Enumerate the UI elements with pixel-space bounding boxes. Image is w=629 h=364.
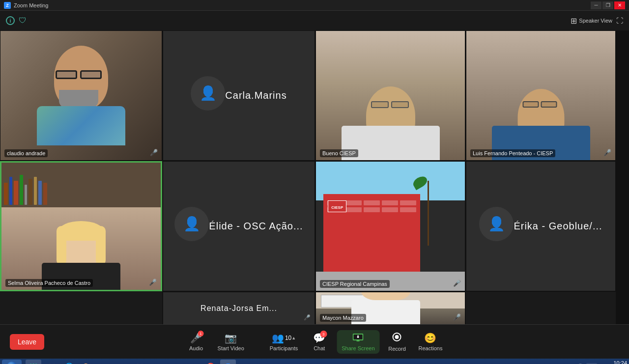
title-bar-left: Z Zoom Meeting [4, 2, 48, 9]
participant-cell-claudio: claudio andrade 🎤 [0, 30, 162, 161]
chat-badge: 3 [320, 331, 327, 337]
participant-name-carla: Carla.Marins [225, 90, 286, 101]
participants-icon: 👥 10 ▲ [272, 332, 296, 344]
taskbar-right: ▲ 🔊 PT 10:24 29/07/2021 [568, 360, 627, 364]
participant-name-claudio: claudio andrade [4, 149, 48, 157]
reactions-label: Reactions [419, 345, 443, 351]
taskbar-outlook[interactable]: O [114, 360, 130, 364]
mute-icon-maycon: 🎤 [453, 313, 461, 321]
participants-label: Participants [270, 345, 298, 351]
system-clock: 10:24 29/07/2021 [600, 360, 627, 364]
title-text: Zoom Meeting [14, 2, 48, 8]
share-screen-label: Share Screen [342, 345, 374, 351]
taskbar-left: W 📁 🌐 🎨 ▶ O 📂 e ◆ e 🔴 [2, 360, 236, 364]
empty-cell-row3-col4 [466, 292, 616, 325]
record-label: Record [388, 346, 405, 352]
restore-button[interactable]: ❐ [602, 1, 613, 9]
mute-icon-renata: 🎤 [304, 314, 311, 321]
participant-cell-maycon: Maycon Mazzaro 🎤 [315, 292, 465, 325]
video-grid: claudio andrade 🎤 👤 Carla.Marins Bueno C… [0, 30, 629, 324]
toolbar: 🎤 1 Audio 📷 Start Video 👥 10 ▲ Participa… [0, 324, 629, 359]
reactions-tool[interactable]: 😊 Reactions [415, 330, 447, 354]
participant-cell-luis: Luis Fernando Penteado - CIESP 🎤 [466, 30, 616, 161]
svg-point-5 [395, 335, 399, 339]
participant-cell-elide: 👤 Élide - OSC Ação... [163, 161, 315, 291]
participant-name-ciesp: CIESP Regional Campinas [320, 280, 390, 288]
record-tool[interactable]: Record [384, 330, 411, 354]
taskbar-ie2[interactable]: e [185, 360, 200, 364]
share-screen-tool[interactable]: Share Screen [337, 330, 379, 354]
participants-tool[interactable]: 👥 10 ▲ Participants [266, 330, 302, 354]
taskbar-word[interactable]: W [26, 360, 41, 364]
title-bar-controls: ─ ❐ ✕ [591, 1, 625, 9]
participant-cell-ciesp: CIESP CIESP Regional Campinas 🎤 [315, 161, 465, 291]
toolbar-center: 🎤 1 Audio 📷 Start Video 👥 10 ▲ Participa… [183, 330, 447, 354]
fullscreen-button[interactable]: ⛶ [616, 17, 623, 25]
taskbar-tool[interactable]: ◆ [167, 360, 183, 364]
top-bar: i 🛡 ⊞ Speaker View ⛶ [0, 11, 629, 30]
taskbar: W 📁 🌐 🎨 ▶ O 📂 e ◆ e 🔴 [0, 359, 629, 364]
taskbar-zoom[interactable]: Z [220, 360, 236, 364]
video-label: Start Video [218, 345, 244, 351]
svg-point-3 [357, 336, 359, 338]
record-icon [392, 332, 402, 344]
taskbar-chrome2[interactable]: 🔴 [202, 360, 218, 364]
audio-tool[interactable]: 🎤 1 Audio [183, 330, 210, 354]
mute-icon-claudio: 🎤 [150, 149, 158, 156]
title-bar: Z Zoom Meeting ─ ❐ ✕ [0, 0, 629, 11]
chat-icon: 💬 3 [313, 332, 325, 344]
participant-cell-carla: 👤 Carla.Marins [163, 30, 315, 161]
chat-label: Chat [314, 345, 325, 351]
taskbar-media[interactable]: ▶ [96, 360, 112, 364]
start-button[interactable] [2, 360, 22, 364]
taskbar-chrome[interactable]: 🌐 [61, 360, 77, 364]
participant-name-erika: Érika - Geoblue/... [514, 221, 602, 232]
svg-rect-2 [357, 340, 360, 341]
participant-name-bueno: Bueno CIESP [320, 149, 358, 157]
shield-icon[interactable]: 🛡 [19, 16, 28, 25]
video-icon: 📷 [225, 332, 237, 344]
participant-name-renata: Renata-Jorsa Em... [200, 304, 277, 313]
mute-icon-selma: 🎤 [149, 279, 157, 286]
top-bar-left: i 🛡 [6, 16, 28, 25]
leave-button[interactable]: Leave [10, 334, 44, 350]
zoom-icon: Z [4, 2, 11, 9]
participant-name-elide: Élide - OSC Ação... [209, 221, 303, 232]
taskbar-paint[interactable]: 🎨 [79, 360, 94, 364]
speaker-view-button[interactable]: ⊞ Speaker View [571, 16, 612, 26]
reactions-icon: 😊 [424, 332, 436, 344]
participant-cell-bueno: Bueno CIESP [315, 30, 465, 161]
video-tool[interactable]: 📷 Start Video [214, 330, 248, 354]
participants-caret: ▲ [291, 336, 296, 340]
clock-time: 10:24 [600, 360, 627, 364]
participant-cell-erika: 👤 Érika - Geoblue/... [466, 161, 616, 291]
minimize-button[interactable]: ─ [591, 1, 601, 9]
close-button[interactable]: ✕ [614, 1, 625, 9]
speaker-view-label: Speaker View [579, 18, 612, 24]
top-bar-right: ⊞ Speaker View ⛶ [571, 16, 623, 26]
chat-tool[interactable]: 💬 3 Chat [306, 330, 333, 354]
participant-name-selma: Selma Oliveira Pacheco de Castro [5, 279, 93, 287]
mute-icon-ciesp: 🎤 [453, 280, 461, 287]
mute-icon-luis: 🎤 [603, 149, 611, 156]
taskbar-ie[interactable]: e [149, 360, 165, 364]
audio-icon: 🎤 1 [190, 332, 202, 344]
taskbar-explorer[interactable]: 📁 [43, 360, 59, 364]
participant-name-luis: Luis Fernando Penteado - CIESP [470, 149, 555, 157]
audio-label: Audio [189, 345, 203, 351]
participants-count: 10 [285, 335, 291, 341]
info-icon[interactable]: i [6, 16, 15, 25]
participant-name-maycon: Maycon Mazzaro [320, 314, 366, 322]
empty-cell-row3-col1 [0, 292, 162, 325]
participant-cell-selma: Selma Oliveira Pacheco de Castro 🎤 [0, 161, 162, 291]
grid-icon: ⊞ [571, 16, 577, 26]
windows-orb [7, 362, 17, 364]
share-screen-icon [353, 333, 364, 344]
taskbar-folder[interactable]: 📂 [132, 360, 147, 364]
participant-cell-renata: Renata-Jorsa Em... 🎤 [163, 292, 315, 325]
